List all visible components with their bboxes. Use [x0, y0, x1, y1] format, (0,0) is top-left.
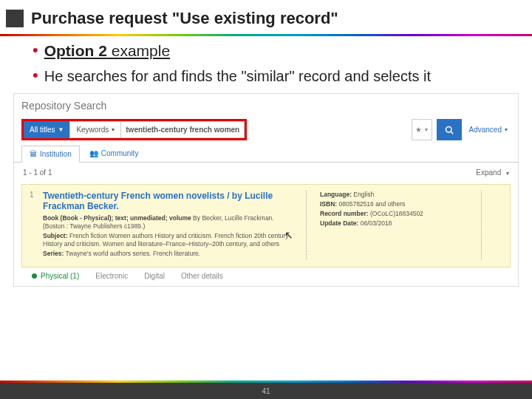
series-value: Twayne's world authors series. French li… — [64, 250, 200, 257]
embedded-screenshot: Repository Search All titles ▼ Keywords … — [13, 93, 519, 287]
result-book: Book (Book - Physical); text; unmediated… — [43, 214, 293, 231]
bullet-1: • Option 2 example — [33, 42, 511, 60]
result-series: Series: Twayne's world authors series. F… — [43, 250, 293, 258]
expand-label: Expand — [476, 168, 501, 177]
search-button[interactable] — [437, 119, 462, 140]
result-record-number: Record number: (OCoLC)18834502 — [320, 210, 468, 218]
format-digital[interactable]: Digital — [144, 272, 165, 280]
svg-line-1 — [451, 132, 453, 134]
field-dropdown-label: Keywords — [76, 126, 109, 134]
bullet-2: • He searches for and finds the "similar… — [33, 67, 511, 86]
tab-community[interactable]: 👥 Community — [81, 145, 147, 162]
svg-point-0 — [446, 126, 451, 132]
result-subject: Subject: French fiction Women authors Hi… — [43, 232, 293, 248]
result-number: 1 — [30, 191, 37, 259]
slide: Purchase request "Use existing record" •… — [0, 0, 532, 399]
subject-label: Subject: — [43, 232, 68, 239]
field-dropdown[interactable]: Keywords ▾ — [69, 121, 121, 138]
caret-down-icon: ▾ — [425, 126, 428, 133]
upd-value: 06/03/2018 — [358, 219, 392, 227]
result-right-col: Language: English ISBN: 0805782516 and o… — [320, 191, 468, 259]
content-area: • Option 2 example • He searches for and… — [0, 38, 532, 86]
expand-link[interactable]: Expand ▾ — [476, 168, 509, 177]
format-electronic[interactable]: Electronic — [95, 272, 128, 280]
recno-label: Record number: — [320, 210, 369, 217]
scope-dropdown-label: All titles — [30, 126, 55, 134]
bullet-2-text: He searches for and finds the "similar" … — [44, 67, 431, 86]
star-icon: ★ — [415, 126, 422, 134]
result-update-date: Update Date: 06/03/2018 — [320, 219, 468, 228]
title-accent-block — [6, 10, 24, 27]
caret-down-icon: ▾ — [506, 170, 509, 177]
advanced-label: Advanced — [469, 126, 502, 134]
format-physical-label: Physical (1) — [41, 272, 79, 280]
bullet-1-example: example — [107, 42, 170, 59]
results-count-row: 1 - 1 of 1 Expand ▾ — [14, 163, 518, 183]
tab-institution-label: Institution — [40, 150, 72, 158]
source-tabs: 🏛 Institution 👥 Community — [14, 145, 518, 163]
recno-value: (OCoLC)18834502 — [369, 210, 423, 217]
title-row: Purchase request "Use existing record" — [0, 0, 532, 34]
isbn-value: 0805782516 and others — [337, 200, 405, 208]
search-input[interactable]: twentieth-century french women — [121, 121, 245, 138]
bullet-dot-icon: • — [33, 67, 38, 83]
red-highlight-box: All titles ▼ Keywords ▾ twentieth-centur… — [21, 119, 247, 140]
format-physical[interactable]: Physical (1) — [32, 272, 79, 280]
repo-search-heading: Repository Search — [14, 94, 518, 116]
column-divider — [306, 191, 307, 259]
tab-institution[interactable]: 🏛 Institution — [21, 146, 80, 163]
bullet-1-option: Option 2 — [44, 42, 107, 59]
search-result[interactable]: 1 Twentieth-century French women novelis… — [21, 184, 511, 267]
lang-label: Language: — [320, 191, 352, 198]
result-language: Language: English — [320, 191, 468, 199]
bullet-dot-icon: • — [33, 42, 38, 58]
community-icon: 👥 — [89, 149, 98, 157]
institution-icon: 🏛 — [30, 150, 37, 158]
caret-down-icon: ▾ — [112, 126, 115, 133]
caret-down-icon: ▾ — [505, 126, 508, 133]
isbn-label: ISBN: — [320, 200, 337, 208]
available-dot-icon — [32, 273, 37, 279]
results-count: 1 - 1 of 1 — [23, 168, 52, 177]
rainbow-divider — [0, 34, 532, 36]
series-label: Series: — [43, 250, 64, 257]
slide-title: Purchase request "Use existing record" — [31, 9, 338, 28]
upd-label: Update Date: — [320, 219, 358, 227]
tab-community-label: Community — [101, 149, 139, 157]
search-row: All titles ▼ Keywords ▾ twentieth-centur… — [14, 116, 518, 145]
format-row: Physical (1) Electronic Digital Other de… — [14, 267, 518, 286]
format-other[interactable]: Other details — [181, 272, 223, 280]
advanced-link[interactable]: Advanced▾ — [466, 119, 511, 140]
subject-value: French fiction Women authors History and… — [43, 232, 288, 248]
result-body: Twentieth-century French women novelists… — [43, 191, 502, 259]
book-label: Book (Book - Physical); text; unmediated… — [43, 214, 191, 222]
caret-down-icon: ▼ — [58, 126, 64, 133]
scope-dropdown[interactable]: All titles ▼ — [24, 121, 69, 138]
result-left-col: Twentieth-century French women novelists… — [43, 191, 293, 259]
slide-footer: 41 — [0, 383, 532, 399]
page-number: 41 — [262, 387, 270, 395]
result-actions-col — [495, 191, 502, 259]
result-isbn: ISBN: 0805782516 and others — [320, 200, 468, 208]
search-icon — [445, 126, 454, 134]
column-divider — [481, 191, 482, 259]
cursor-icon: ↖ — [284, 229, 293, 241]
result-title[interactable]: Twentieth-century French women novelists… — [43, 191, 293, 211]
lang-value: English — [352, 191, 374, 198]
bullet-1-text: Option 2 example — [44, 42, 170, 60]
spacer — [251, 119, 406, 140]
favorite-button[interactable]: ★▾ — [412, 119, 432, 140]
